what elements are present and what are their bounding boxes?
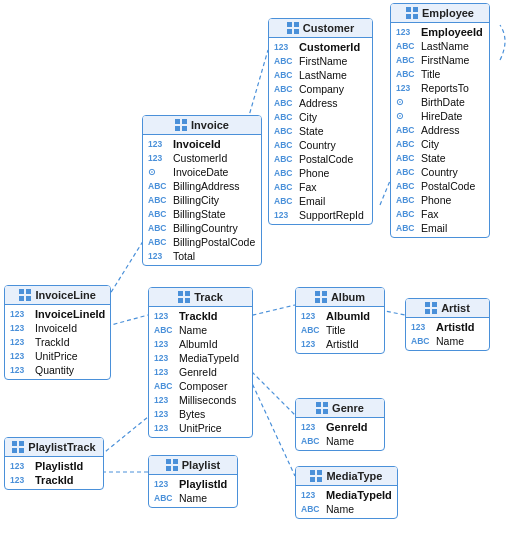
svg-rect-26 — [185, 298, 190, 303]
field-row: ABC Phone — [391, 193, 489, 207]
svg-rect-45 — [310, 477, 315, 482]
field-row: 123 CustomerId — [143, 151, 261, 165]
erd-diagram: InvoiceLine 123 InvoiceLineId 123 Invoic… — [0, 0, 510, 535]
svg-rect-15 — [12, 441, 17, 446]
field-row: 123 Milliseconds — [149, 393, 252, 407]
field-row: ABC BillingAddress — [143, 179, 261, 193]
svg-rect-22 — [182, 126, 187, 131]
field-row: ABC Email — [391, 221, 489, 235]
field-row: ABC Name — [149, 323, 252, 337]
pk-field: 123 ArtistId — [406, 320, 489, 334]
svg-rect-54 — [432, 309, 437, 314]
svg-rect-11 — [19, 289, 24, 294]
field-row: ABC Email — [269, 194, 372, 208]
svg-rect-41 — [316, 409, 321, 414]
svg-rect-18 — [19, 448, 24, 453]
svg-rect-20 — [182, 119, 187, 124]
table-label: Customer — [303, 22, 354, 34]
svg-rect-47 — [406, 7, 411, 12]
field-row: ABC BillingState — [143, 207, 261, 221]
field-row: ABC Composer — [149, 379, 252, 393]
table-genre: Genre 123 GenreId ABC Name — [295, 398, 385, 451]
grid-icon — [310, 470, 322, 482]
field-row: 123 InvoiceId — [5, 321, 110, 335]
svg-rect-33 — [287, 29, 292, 34]
field-row: 123 Bytes — [149, 407, 252, 421]
table-album: Album 123 AlbumId ABC Title 123 ArtistId — [295, 287, 385, 354]
svg-rect-30 — [173, 466, 178, 471]
field-row: 123 AlbumId — [149, 337, 252, 351]
field-row: ABC Name — [406, 334, 489, 348]
field-row: ABC Country — [269, 138, 372, 152]
field-row: 123 MediaTypeId — [149, 351, 252, 365]
svg-rect-13 — [19, 296, 24, 301]
field-row: 123 ArtistId — [296, 337, 384, 351]
field-row: ABC BillingCity — [143, 193, 261, 207]
table-mediatype: MediaType 123 MediaTypeId ABC Name — [295, 466, 398, 519]
svg-rect-50 — [413, 14, 418, 19]
svg-rect-46 — [317, 477, 322, 482]
table-label: Playlist — [182, 459, 221, 471]
grid-icon — [406, 7, 418, 19]
field-row: ⊙ InvoiceDate — [143, 165, 261, 179]
pk-field: 123 PlaylistId — [149, 477, 237, 491]
table-label: MediaType — [326, 470, 382, 482]
svg-rect-34 — [294, 29, 299, 34]
svg-rect-25 — [178, 298, 183, 303]
table-invoiceline: InvoiceLine 123 InvoiceLineId 123 Invoic… — [4, 285, 111, 380]
pk-field: 123 InvoiceLineId — [5, 307, 110, 321]
svg-rect-12 — [26, 289, 31, 294]
field-row: ABC Title — [296, 323, 384, 337]
grid-icon — [166, 459, 178, 471]
field-row: ABC LastName — [391, 39, 489, 53]
svg-rect-24 — [185, 291, 190, 296]
grid-icon — [315, 291, 327, 303]
grid-icon — [12, 441, 24, 453]
grid-icon — [425, 302, 437, 314]
field-row: ABC Country — [391, 165, 489, 179]
field-row: ABC BillingCountry — [143, 221, 261, 235]
svg-rect-19 — [175, 119, 180, 124]
table-playlisttrack: PlaylistTrack 123 PlaylistId 123 TrackId — [4, 437, 104, 490]
svg-rect-27 — [166, 459, 171, 464]
svg-rect-23 — [178, 291, 183, 296]
svg-rect-48 — [413, 7, 418, 12]
pk-field: 123 PlaylistId — [5, 459, 103, 473]
field-row: ABC City — [269, 110, 372, 124]
field-row: ABC Fax — [391, 207, 489, 221]
table-label: InvoiceLine — [35, 289, 96, 301]
svg-rect-39 — [316, 402, 321, 407]
field-row: 123 TrackId — [5, 335, 110, 349]
table-invoice: Invoice 123 InvoiceId 123 CustomerId ⊙ I… — [142, 115, 262, 266]
svg-rect-35 — [315, 291, 320, 296]
table-label: Employee — [422, 7, 474, 19]
svg-rect-17 — [12, 448, 17, 453]
field-row: 123 GenreId — [149, 365, 252, 379]
field-row: 123 ReportsTo — [391, 81, 489, 95]
svg-rect-32 — [294, 22, 299, 27]
svg-rect-44 — [317, 470, 322, 475]
pk-field: 123 TrackId — [5, 473, 103, 487]
field-row: ⊙ BirthDate — [391, 95, 489, 109]
table-label: Artist — [441, 302, 470, 314]
field-row: ABC State — [391, 151, 489, 165]
svg-rect-49 — [406, 14, 411, 19]
grid-icon — [19, 289, 31, 301]
svg-rect-43 — [310, 470, 315, 475]
pk-field: 123 TrackId — [149, 309, 252, 323]
grid-icon — [287, 22, 299, 34]
svg-rect-16 — [19, 441, 24, 446]
pk-field: 123 CustomerId — [269, 40, 372, 54]
svg-rect-36 — [322, 291, 327, 296]
field-row: ABC LastName — [269, 68, 372, 82]
grid-icon — [316, 402, 328, 414]
field-row: ABC Address — [269, 96, 372, 110]
svg-rect-42 — [323, 409, 328, 414]
field-row: ABC Fax — [269, 180, 372, 194]
table-employee: Employee 123 EmployeeId ABC LastName ABC… — [390, 3, 490, 238]
field-row: ABC PostalCode — [269, 152, 372, 166]
field-row: 123 UnitPrice — [149, 421, 252, 435]
table-label: Invoice — [191, 119, 229, 131]
svg-rect-52 — [432, 302, 437, 307]
pk-field: 123 GenreId — [296, 420, 384, 434]
